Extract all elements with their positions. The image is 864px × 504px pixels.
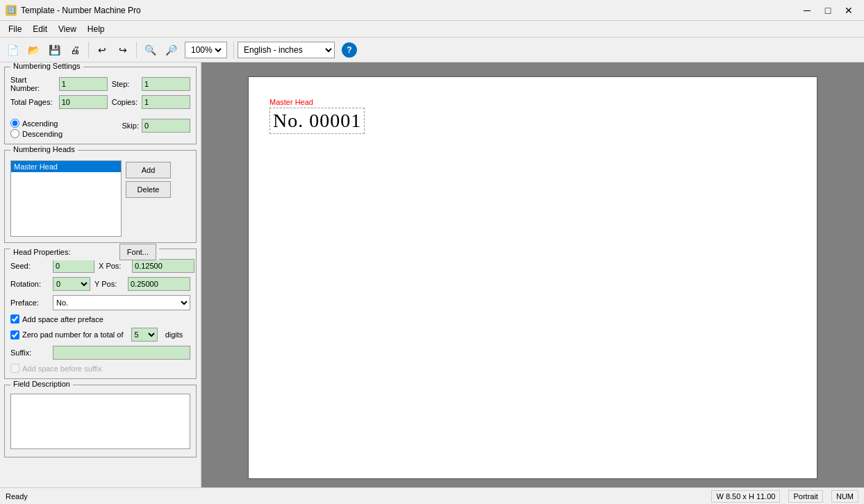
heads-list-item[interactable]: Master Head bbox=[11, 161, 121, 172]
seed-input[interactable] bbox=[53, 259, 94, 273]
status-right: W 8.50 x H 11.00 Portrait NUM bbox=[711, 490, 858, 503]
suffix-input[interactable] bbox=[53, 346, 190, 360]
start-number-label: Start Number: bbox=[10, 76, 55, 92]
xpos-input[interactable] bbox=[132, 259, 194, 273]
zero-pad-row: Zero pad number for a total of 1234 5678… bbox=[10, 328, 190, 342]
descending-radio[interactable] bbox=[10, 129, 19, 138]
status-orientation: Portrait bbox=[788, 490, 822, 503]
step-label: Step: bbox=[112, 80, 138, 88]
descending-label: Descending bbox=[22, 130, 63, 138]
add-head-button[interactable]: Add bbox=[126, 162, 171, 178]
zero-pad-label: Zero pad number for a total of bbox=[22, 330, 124, 339]
units-select[interactable]: English - inches English - feet Metric -… bbox=[238, 42, 335, 58]
start-number-input[interactable] bbox=[59, 77, 108, 91]
skip-input[interactable] bbox=[142, 119, 190, 133]
add-space-suffix-row: Add space before suffix bbox=[10, 364, 190, 373]
step-input[interactable] bbox=[142, 77, 190, 91]
field-description-title: Field Description bbox=[10, 380, 73, 388]
numbering-settings-group: Numbering Settings Start Number: Step: T… bbox=[4, 67, 197, 144]
total-pages-input[interactable] bbox=[59, 95, 108, 109]
menu-bar: File Edit View Help bbox=[0, 21, 864, 37]
add-space-preface-label: Add space after preface bbox=[22, 315, 103, 324]
copies-label: Copies: bbox=[112, 98, 138, 106]
title-bar: 🔢 Template - Number Machine Pro ─ □ ✕ bbox=[0, 0, 864, 21]
delete-head-button[interactable]: Delete bbox=[126, 181, 171, 198]
save-button[interactable]: 💾 bbox=[44, 40, 64, 60]
app-icon: 🔢 bbox=[6, 5, 17, 16]
numbering-settings-title: Numbering Settings bbox=[10, 62, 83, 70]
numbering-heads-title: Numbering Heads bbox=[10, 145, 78, 153]
zero-pad-digits-label: digits bbox=[165, 330, 183, 339]
rotation-select[interactable]: 0 90 180 270 bbox=[53, 277, 90, 291]
suffix-row: Suffix: bbox=[10, 346, 190, 360]
main-layout: Numbering Settings Start Number: Step: T… bbox=[0, 62, 864, 487]
status-numlock: NUM bbox=[831, 490, 858, 503]
canvas-area[interactable]: Master Head No. 00001 bbox=[201, 62, 864, 487]
menu-view[interactable]: View bbox=[53, 23, 82, 35]
master-head-label: Master Head bbox=[269, 98, 365, 106]
preface-label: Preface: bbox=[10, 299, 49, 307]
minimize-button[interactable]: ─ bbox=[797, 3, 817, 18]
seed-label: Seed: bbox=[10, 262, 49, 270]
copies-input[interactable] bbox=[142, 95, 190, 109]
print-button[interactable]: 🖨 bbox=[65, 40, 85, 60]
zoom-out-button[interactable]: 🔎 bbox=[161, 40, 181, 60]
zero-pad-checkbox[interactable] bbox=[10, 330, 19, 339]
menu-help[interactable]: Help bbox=[82, 23, 110, 35]
title-text: Template - Number Machine Pro bbox=[21, 6, 141, 15]
menu-edit[interactable]: Edit bbox=[27, 23, 53, 35]
head-properties-title: Head Properties: Font... bbox=[10, 244, 159, 260]
settings-grid: Start Number: Step: Total Pages: Copies: bbox=[10, 76, 190, 109]
skip-group: Skip: bbox=[122, 119, 190, 133]
add-space-suffix-checkbox[interactable] bbox=[10, 364, 19, 373]
open-button[interactable]: 📂 bbox=[24, 40, 43, 60]
status-ready: Ready bbox=[6, 492, 28, 501]
toolbar-sep-2 bbox=[136, 42, 137, 58]
toolbar-sep-1 bbox=[88, 42, 89, 58]
total-pages-label: Total Pages: bbox=[10, 98, 55, 106]
ypos-label: Y Pos: bbox=[94, 280, 124, 288]
toolbar: 📄 📂 💾 🖨 ↩ ↪ 🔍 🔎 25% 50% 75% 100% 150% 20… bbox=[0, 37, 864, 62]
field-description-group: Field Description bbox=[4, 385, 197, 457]
font-button[interactable]: Font... bbox=[119, 244, 156, 260]
new-button[interactable]: 📄 bbox=[3, 40, 22, 60]
suffix-label: Suffix: bbox=[10, 348, 49, 357]
maximize-button[interactable]: □ bbox=[818, 3, 838, 18]
title-bar-controls: ─ □ ✕ bbox=[797, 3, 858, 18]
add-space-suffix-label: Add space before suffix bbox=[22, 364, 102, 373]
undo-button[interactable]: ↩ bbox=[92, 40, 112, 60]
close-button[interactable]: ✕ bbox=[839, 3, 858, 18]
heads-list: Master Head bbox=[10, 160, 122, 237]
toolbar-sep-3 bbox=[233, 42, 234, 58]
zoom-select[interactable]: 25% 50% 75% 100% 150% 200% bbox=[188, 44, 224, 56]
rotation-label: Rotation: bbox=[10, 280, 49, 288]
head-properties-group: Head Properties: Font... Seed: X Pos: Ro… bbox=[4, 249, 197, 379]
skip-label: Skip: bbox=[122, 121, 139, 130]
help-button[interactable]: ? bbox=[342, 42, 357, 58]
number-display: No. 00001 bbox=[269, 108, 365, 134]
ascending-label: Ascending bbox=[22, 119, 58, 128]
ascending-radio-label[interactable]: Ascending bbox=[10, 119, 118, 128]
zoom-in-button[interactable]: 🔍 bbox=[140, 40, 160, 60]
field-description-textarea[interactable] bbox=[10, 394, 190, 449]
rotation-row: Rotation: 0 90 180 270 Y Pos: bbox=[10, 277, 190, 291]
ascending-radio[interactable] bbox=[10, 119, 19, 128]
numbering-heads-group: Numbering Heads Master Head Add Delete bbox=[4, 150, 197, 243]
redo-button[interactable]: ↪ bbox=[113, 40, 133, 60]
page-content: Master Head No. 00001 bbox=[269, 98, 365, 134]
ypos-input[interactable] bbox=[128, 277, 190, 291]
heads-buttons: Add Delete bbox=[126, 162, 171, 237]
zero-pad-select[interactable]: 1234 5678 910 bbox=[131, 328, 158, 342]
left-panel: Numbering Settings Start Number: Step: T… bbox=[0, 62, 201, 487]
add-space-preface-checkbox[interactable] bbox=[10, 314, 19, 324]
heads-body: Master Head Add Delete bbox=[10, 160, 190, 237]
document-page: Master Head No. 00001 bbox=[248, 76, 817, 479]
descending-radio-label[interactable]: Descending bbox=[10, 129, 118, 138]
zoom-control[interactable]: 25% 50% 75% 100% 150% 200% bbox=[185, 42, 227, 58]
seed-row: Seed: X Pos: bbox=[10, 259, 190, 273]
preface-select[interactable]: No. None No # bbox=[53, 295, 190, 310]
status-dimensions: W 8.50 x H 11.00 bbox=[711, 490, 780, 503]
menu-file[interactable]: File bbox=[3, 23, 27, 35]
page-container: Master Head No. 00001 bbox=[201, 62, 864, 487]
xpos-label: X Pos: bbox=[99, 262, 128, 270]
